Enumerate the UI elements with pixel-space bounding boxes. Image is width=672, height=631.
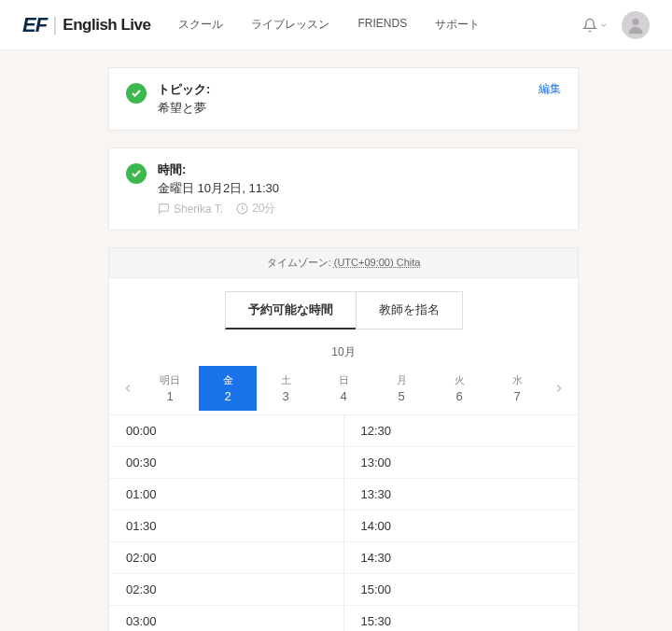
- main-nav: スクール ライブレッスン FRIENDS サポート: [178, 17, 582, 33]
- logo-ef-mark: EF: [22, 13, 47, 37]
- avatar[interactable]: [622, 11, 650, 39]
- date-number: 4: [315, 389, 372, 403]
- time-slot[interactable]: 14:00: [344, 511, 579, 542]
- logo-separator: |: [52, 14, 57, 35]
- tabs: 予約可能な時間 教師を指名: [109, 278, 578, 339]
- tab-choose-teacher[interactable]: 教師を指名: [356, 291, 463, 330]
- topic-card: トピック: 希望と夢 編集: [108, 67, 579, 131]
- date-cell-7[interactable]: 水7: [488, 366, 546, 411]
- check-icon: [126, 83, 147, 104]
- time-card: 時間: 金曜日 10月2日, 11:30 Sherika T. 20分: [108, 147, 579, 231]
- date-number: 7: [488, 389, 546, 403]
- time-slot[interactable]: 14:30: [344, 542, 579, 574]
- booking-panel: タイムゾーン: (UTC+09:00) Chita 予約可能な時間 教師を指名 …: [108, 247, 579, 631]
- date-cell-1[interactable]: 明日1: [141, 366, 199, 411]
- time-column-left: 00:0000:3001:0001:3002:0002:3003:0003:30…: [109, 415, 344, 631]
- time-title: 時間:: [158, 161, 561, 178]
- time-slot[interactable]: 13:30: [344, 479, 579, 511]
- svg-point-0: [632, 18, 638, 24]
- time-slot[interactable]: 01:30: [109, 511, 343, 542]
- bell-icon: [582, 18, 597, 33]
- header: EF | English Live スクール ライブレッスン FRIENDS サ…: [0, 0, 672, 50]
- nav-support[interactable]: サポート: [435, 17, 480, 33]
- date-day-label: 明日: [141, 373, 199, 387]
- time-slots: 00:0000:3001:0001:3002:0002:3003:0003:30…: [109, 415, 578, 631]
- topic-value: 希望と夢: [158, 100, 539, 117]
- duration-value: 20分: [252, 201, 275, 217]
- logo[interactable]: EF | English Live: [22, 13, 150, 37]
- date-day-label: 日: [315, 373, 372, 387]
- date-day-label: 火: [430, 373, 488, 387]
- check-icon: [126, 163, 147, 184]
- time-column-right: 12:3013:0013:3014:0014:3015:0015:3016:00…: [344, 415, 579, 631]
- notifications-button[interactable]: [582, 18, 609, 33]
- speech-icon: [158, 203, 170, 215]
- time-slot[interactable]: 00:30: [109, 447, 343, 479]
- nav-friends[interactable]: FRIENDS: [357, 17, 407, 33]
- date-cell-4[interactable]: 日4: [315, 366, 372, 411]
- timezone-link[interactable]: (UTC+09:00) Chita: [334, 257, 421, 268]
- logo-text: English Live: [63, 16, 150, 35]
- nav-school[interactable]: スクール: [178, 17, 223, 33]
- nav-live-lesson[interactable]: ライブレッスン: [251, 17, 329, 33]
- user-icon: [625, 15, 646, 35]
- chevron-right-icon: [553, 382, 566, 395]
- time-value: 金曜日 10月2日, 11:30: [158, 180, 561, 197]
- timezone-bar: タイムゾーン: (UTC+09:00) Chita: [109, 248, 578, 278]
- teacher-name: Sherika T.: [174, 203, 223, 216]
- next-dates-button[interactable]: [546, 366, 572, 411]
- time-slot[interactable]: 01:00: [109, 479, 343, 511]
- edit-topic-link[interactable]: 編集: [539, 81, 561, 97]
- time-slot[interactable]: 02:00: [109, 542, 343, 574]
- date-number: 2: [199, 389, 257, 403]
- date-number: 1: [141, 389, 199, 403]
- date-number: 6: [430, 389, 488, 403]
- timezone-prefix: タイムゾーン:: [267, 257, 334, 268]
- date-day-label: 水: [488, 373, 546, 387]
- date-cell-2[interactable]: 金2: [199, 366, 257, 411]
- date-day-label: 土: [257, 373, 315, 387]
- time-slot[interactable]: 00:00: [109, 415, 343, 447]
- date-navigation: 明日1金2土3日4月5火6水7: [109, 362, 578, 415]
- month-label: 10月: [109, 339, 578, 362]
- time-slot[interactable]: 03:00: [109, 606, 343, 631]
- header-right: [582, 11, 650, 39]
- date-cell-5[interactable]: 月5: [372, 366, 430, 411]
- prev-dates-button[interactable]: [115, 366, 141, 411]
- time-slot[interactable]: 02:30: [109, 574, 343, 606]
- date-number: 3: [257, 389, 315, 403]
- chevron-down-icon: [599, 21, 609, 30]
- chevron-left-icon: [121, 382, 134, 395]
- date-cell-3[interactable]: 土3: [257, 366, 315, 411]
- time-slot[interactable]: 15:30: [344, 606, 579, 631]
- dates-row: 明日1金2土3日4月5火6水7: [141, 366, 546, 411]
- date-number: 5: [372, 389, 430, 403]
- topic-title: トピック:: [158, 81, 539, 98]
- time-slot[interactable]: 12:30: [344, 415, 579, 447]
- date-cell-6[interactable]: 火6: [430, 366, 488, 411]
- time-slot[interactable]: 13:00: [344, 447, 579, 479]
- duration-meta: 20分: [236, 201, 275, 217]
- time-slot[interactable]: 15:00: [344, 574, 579, 606]
- tab-available-times[interactable]: 予約可能な時間: [225, 291, 356, 330]
- date-day-label: 月: [372, 373, 430, 387]
- clock-icon: [236, 203, 248, 215]
- teacher-meta: Sherika T.: [158, 203, 223, 216]
- date-day-label: 金: [199, 373, 257, 387]
